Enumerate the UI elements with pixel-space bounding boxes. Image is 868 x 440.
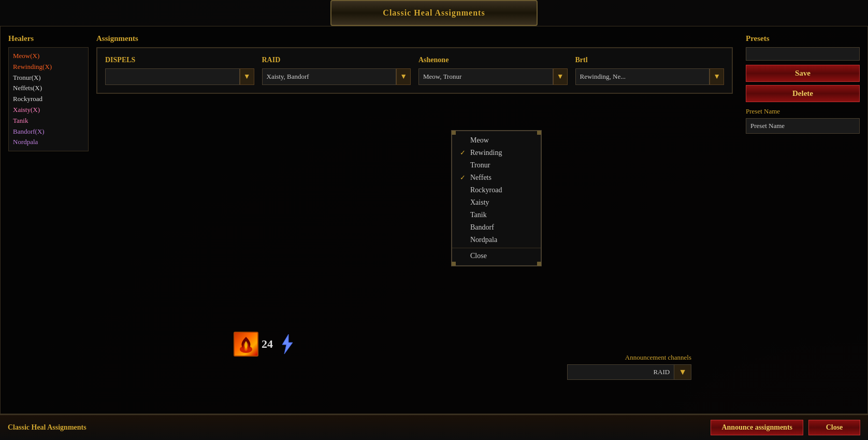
announce-button[interactable]: Announce assignments [711, 420, 803, 435]
preset-name-input[interactable] [746, 118, 860, 134]
app-title: Classic Heal Assignments [383, 8, 485, 18]
announcement-section: Announcement channels RAID ▼ [567, 353, 691, 380]
dropdown-dispels-box[interactable] [105, 68, 240, 85]
announcement-arrow[interactable]: ▼ [674, 365, 691, 379]
dropdown-raid-arrow[interactable]: ▼ [396, 68, 411, 85]
menu-label-close: Close [470, 252, 487, 260]
menu-item-xaisty[interactable]: Xaisty [452, 196, 541, 209]
dropdown-brtl-arrow[interactable]: ▼ [710, 68, 724, 85]
menu-label-bandorf: Bandorf [470, 223, 494, 232]
menu-item-rewinding[interactable]: ✓ Rewinding [452, 147, 541, 159]
assignment-col-raid: RAID Xaisty, Bandorf ▼ [262, 56, 411, 85]
check-bandorf [460, 223, 467, 232]
healers-panel: Meow(X) Rewinding(X) Tronur(X) Neffets(X… [8, 47, 89, 151]
menu-separator [452, 248, 541, 248]
icon-number: 24 [262, 337, 273, 351]
assignments-section: Assignments DISPELS ▼ RAID [96, 34, 733, 94]
preset-name-label: Preset Name [746, 107, 860, 116]
dropdown-raid[interactable]: Xaisty, Bandorf ▼ [262, 68, 411, 85]
dropdown-raid-value: Xaisty, Bandorf [267, 73, 309, 81]
col-header-brtl: Brtl [575, 56, 725, 64]
menu-item-tanik[interactable]: Tanik [452, 209, 541, 221]
menu-label-rewinding: Rewinding [470, 149, 502, 157]
menu-label-rockyroad: Rockyroad [470, 186, 502, 194]
healer-item[interactable]: Xaisty(X) [13, 105, 84, 116]
menu-item-rockyroad[interactable]: Rockyroad [452, 184, 541, 196]
healer-item[interactable]: Neffets(X) [13, 83, 84, 94]
healers-section: Healers Meow(X) Rewinding(X) Tronur(X) N… [8, 34, 89, 151]
check-meow [460, 136, 467, 145]
menu-item-tronur[interactable]: Tronur [452, 159, 541, 172]
healer-item[interactable]: Tronur(X) [13, 73, 84, 83]
check-nordpala [460, 236, 467, 244]
presets-header: Presets [746, 34, 860, 43]
bottom-buttons: Announce assignments Close [711, 420, 860, 435]
dropdown-ashenone-arrow[interactable]: ▼ [553, 68, 568, 85]
dropdown-brtl[interactable]: Rewinding, Ne... ▼ [575, 68, 725, 85]
check-neffets: ✓ [460, 174, 467, 182]
menu-label-meow: Meow [470, 136, 489, 145]
flame-icon [234, 332, 258, 357]
col-header-ashenone: Ashenone [418, 56, 568, 64]
check-close [460, 252, 467, 260]
check-rewinding: ✓ [460, 149, 467, 157]
check-tanik [460, 211, 467, 219]
menu-item-nordpala[interactable]: Nordpala [452, 234, 541, 246]
dropdown-brtl-value: Rewinding, Ne... [580, 73, 626, 81]
healer-item[interactable]: Nordpala [13, 137, 84, 148]
check-tronur [460, 161, 467, 169]
assignments-grid: DISPELS ▼ RAID Xaisty, Bandorf [105, 56, 724, 85]
announcement-channel-value: RAID [568, 368, 674, 376]
bottom-title: Classic Heal Assignments [8, 423, 86, 432]
check-rockyroad [460, 186, 467, 194]
assignments-panel: DISPELS ▼ RAID Xaisty, Bandorf [96, 47, 733, 94]
assignment-col-ashenone: Ashenone Meow, Tronur ▼ [418, 56, 568, 85]
presets-search-input[interactable] [746, 47, 860, 61]
dropdown-dispels[interactable]: ▼ [105, 68, 254, 85]
assignment-col-brtl: Brtl Rewinding, Ne... ▼ [575, 56, 725, 85]
dropdown-ashenone[interactable]: Meow, Tronur ▼ [418, 68, 568, 85]
presets-section: Presets Save Delete Preset Name [746, 34, 860, 134]
check-xaisty [460, 198, 467, 207]
announcement-dropdown[interactable]: RAID ▼ [567, 364, 691, 380]
dropdown-ashenone-value: Meow, Tronur [423, 73, 461, 81]
title-bar: Classic Heal Assignments [330, 0, 538, 26]
menu-label-tronur: Tronur [470, 161, 490, 169]
announcement-label: Announcement channels [567, 353, 691, 362]
col-header-dispels: DISPELS [105, 56, 254, 64]
menu-item-close[interactable]: Close [452, 250, 541, 262]
delete-preset-button[interactable]: Delete [746, 85, 860, 102]
menu-label-tanik: Tanik [470, 211, 487, 219]
menu-label-neffets: Neffets [470, 174, 491, 182]
healer-item[interactable]: Tanik [13, 116, 84, 126]
healer-item[interactable]: Rewinding(X) [13, 62, 84, 73]
healer-item[interactable]: Rockyroad [13, 94, 84, 105]
main-panel: Healers Meow(X) Rewinding(X) Tronur(X) N… [0, 26, 868, 414]
close-button[interactable]: Close [808, 420, 860, 435]
icons-area: 24 [234, 332, 298, 357]
assignment-col-dispels: DISPELS ▼ [105, 56, 254, 85]
menu-label-nordpala: Nordpala [470, 236, 497, 244]
dropdown-brtl-box[interactable]: Rewinding, Ne... [575, 68, 710, 85]
save-preset-button[interactable]: Save [746, 65, 860, 82]
bottom-bar: Classic Heal Assignments Announce assign… [0, 414, 868, 440]
healer-item[interactable]: Bandorf(X) [13, 126, 84, 137]
menu-item-neffets[interactable]: ✓ Neffets [452, 172, 541, 184]
lightning-icon [276, 333, 298, 355]
healer-item[interactable]: Meow(X) [13, 51, 84, 62]
healers-header: Healers [8, 34, 89, 43]
menu-item-meow[interactable]: Meow [452, 134, 541, 147]
menu-label-xaisty: Xaisty [470, 198, 489, 207]
dropdown-ashenone-box[interactable]: Meow, Tronur [418, 68, 553, 85]
col-header-raid: RAID [262, 56, 411, 64]
dropdown-menu: Meow ✓ Rewinding Tronur ✓ Neffets Rockyr… [451, 130, 542, 266]
dropdown-dispels-arrow[interactable]: ▼ [240, 68, 254, 85]
dropdown-raid-box[interactable]: Xaisty, Bandorf [262, 68, 397, 85]
assignments-header: Assignments [96, 34, 733, 43]
menu-item-bandorf[interactable]: Bandorf [452, 221, 541, 234]
